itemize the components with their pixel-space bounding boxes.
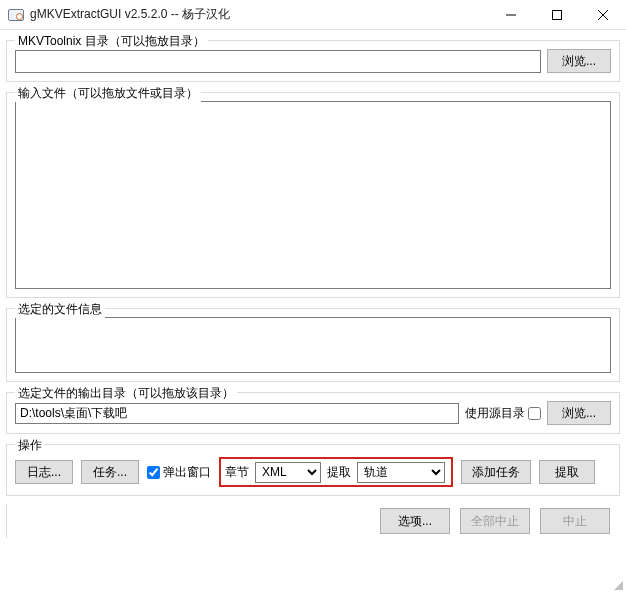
abort-button[interactable]: 中止 (540, 508, 610, 534)
chapter-format-select[interactable]: XML (255, 462, 321, 483)
popup-checkbox-text: 弹出窗口 (163, 464, 211, 481)
use-source-dir-checkbox-label[interactable]: 使用源目录 (465, 405, 541, 422)
output-browse-button[interactable]: 浏览... (547, 401, 611, 425)
bottom-strip: 选项... 全部中止 中止 (6, 504, 620, 538)
chapter-label: 章节 (225, 464, 249, 481)
popup-checkbox-label[interactable]: 弹出窗口 (147, 464, 211, 481)
minimize-button[interactable] (488, 0, 534, 29)
output-path-input[interactable] (15, 403, 459, 424)
mkvtoolnix-dir-group: MKVToolnix 目录（可以拖放目录） 浏览... (6, 40, 620, 82)
log-button[interactable]: 日志... (15, 460, 73, 484)
selected-file-info-legend: 选定的文件信息 (15, 301, 105, 318)
tasks-button[interactable]: 任务... (81, 460, 139, 484)
selected-file-info-group: 选定的文件信息 (6, 308, 620, 382)
mkvtoolnix-path-input[interactable] (15, 50, 541, 73)
window-title: gMKVExtractGUI v2.5.2.0 -- 杨子汉化 (30, 6, 488, 23)
output-dir-group: 选定文件的输出目录（可以拖放该目录） 使用源目录 浏览... (6, 392, 620, 434)
app-icon (8, 7, 24, 23)
maximize-button[interactable] (534, 0, 580, 29)
popup-checkbox[interactable] (147, 466, 160, 479)
extract-label: 提取 (327, 464, 351, 481)
input-files-list[interactable] (15, 101, 611, 289)
actions-legend: 操作 (15, 437, 45, 454)
resize-grip-icon[interactable] (610, 577, 624, 591)
options-button[interactable]: 选项... (380, 508, 450, 534)
input-files-group: 输入文件（可以拖放文件或目录） (6, 92, 620, 298)
mkvtoolnix-legend: MKVToolnix 目录（可以拖放目录） (15, 33, 208, 50)
extract-mode-select[interactable]: 轨道 (357, 462, 445, 483)
use-source-dir-text: 使用源目录 (465, 405, 525, 422)
extract-button[interactable]: 提取 (539, 460, 595, 484)
selected-file-info-box[interactable] (15, 317, 611, 373)
use-source-dir-checkbox[interactable] (528, 407, 541, 420)
mkvtoolnix-browse-button[interactable]: 浏览... (547, 49, 611, 73)
add-task-button[interactable]: 添加任务 (461, 460, 531, 484)
title-bar: gMKVExtractGUI v2.5.2.0 -- 杨子汉化 (0, 0, 626, 30)
highlighted-area: 章节 XML 提取 轨道 (219, 457, 453, 487)
abort-all-button[interactable]: 全部中止 (460, 508, 530, 534)
output-dir-legend: 选定文件的输出目录（可以拖放该目录） (15, 385, 237, 402)
input-files-legend: 输入文件（可以拖放文件或目录） (15, 85, 201, 102)
actions-group: 操作 日志... 任务... 弹出窗口 章节 XML 提取 轨道 添加任务 提取 (6, 444, 620, 496)
svg-rect-1 (553, 10, 562, 19)
close-button[interactable] (580, 0, 626, 29)
